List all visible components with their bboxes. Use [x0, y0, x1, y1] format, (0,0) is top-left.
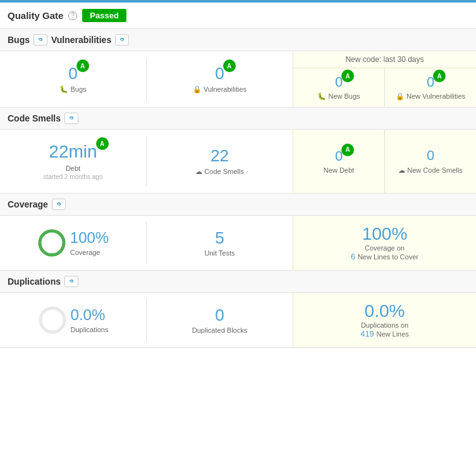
- bugs-vulns-main: 0 A 🐛 Bugs 0 A 🔒 Vulnerabilities: [0, 51, 293, 107]
- new-bugs-metric: 0 A 🐛 New Bugs: [293, 68, 385, 107]
- coverage-title: Coverage: [8, 199, 48, 209]
- code-smells-main: 22min A Debt started 2 months ago 22 ☁ C…: [0, 130, 293, 193]
- new-debt-label: New Debt: [324, 166, 354, 174]
- coverage-main: 100% Coverage 5 Unit Tests: [0, 216, 293, 270]
- dup-blocks-metric: 0 Duplicated Blocks: [147, 299, 293, 341]
- bugs-title: Bugs: [8, 35, 30, 45]
- dup-label: Duplications: [71, 326, 109, 333]
- new-bugs-grade: A: [341, 70, 354, 82]
- new-coverage-value: 100%: [362, 224, 408, 244]
- dup-circle-chart: [38, 306, 67, 335]
- new-debt-grade: A: [341, 144, 354, 156]
- quality-gate-info-icon[interactable]: ?: [68, 11, 77, 20]
- bugs-vulns-new-code-body: 0 A 🐛 New Bugs 0 A 🔒 New Vulne: [293, 68, 476, 107]
- code-smells-new-code-panel: 0 A New Debt 0 ☁ New Code Smells: [293, 130, 476, 193]
- bugs-vulns-new-code-panel: New code: last 30 days 0 A 🐛 New Bugs 0: [293, 51, 476, 107]
- duplications-section: Duplications 0.0% Duplications: [0, 271, 476, 348]
- svg-point-1: [40, 231, 64, 255]
- coverage-content: 100% Coverage 5 Unit Tests 100% Coverage…: [0, 216, 476, 270]
- new-dup-lines: 419 New Lines: [360, 329, 409, 338]
- bugs-label: 🐛 Bugs: [59, 85, 86, 94]
- code-smells-header: Code Smells: [0, 108, 476, 130]
- dup-new-lines-value: 419: [360, 329, 374, 338]
- bugs-vulns-new-code-header: New code: last 30 days: [293, 51, 476, 68]
- coverage-circle-group: 100% Coverage: [37, 228, 109, 257]
- coverage-new-code-panel: 100% Coverage on 6 New Lines to Cover: [293, 216, 476, 270]
- debt-label: Debt: [66, 164, 80, 172]
- coverage-circle-chart: [37, 228, 66, 257]
- code-smells-new-code-body: 0 A New Debt 0 ☁ New Code Smells: [293, 130, 476, 193]
- duplications-main: 0.0% Duplications 0 Duplicated Blocks: [0, 293, 293, 347]
- debt-metric: 22min A Debt started 2 months ago: [0, 136, 147, 187]
- coverage-link-icon[interactable]: [52, 199, 66, 210]
- code-smells-link-icon[interactable]: [64, 113, 78, 124]
- bug-icon: 🐛: [59, 85, 68, 93]
- bugs-link-icon[interactable]: [34, 34, 47, 46]
- vulns-label: 🔒 Vulnerabilities: [193, 85, 247, 94]
- unit-tests-label: Unit Tests: [204, 249, 235, 257]
- new-lock-icon: 🔒: [396, 92, 405, 100]
- new-debt-metric: 0 A New Debt: [293, 130, 385, 193]
- coverage-metric: 100% Coverage: [0, 222, 147, 264]
- new-lines-value: 6: [351, 252, 355, 261]
- coverage-new-code-body: 100% Coverage on 6 New Lines to Cover: [293, 216, 476, 270]
- vulns-link-icon[interactable]: [115, 34, 129, 46]
- coverage-header: Coverage: [0, 194, 476, 216]
- new-coverage-label: Coverage on: [365, 244, 405, 252]
- dup-metric: 0.0% Duplications: [0, 299, 147, 341]
- debt-grade: A: [96, 137, 109, 150]
- duplications-new-code-panel: 0.0% Duplications on 419 New Lines: [293, 293, 476, 347]
- new-smells-value: 0: [427, 148, 434, 163]
- unit-tests-value: 5: [215, 229, 224, 247]
- new-dup-label: Duplications on: [361, 321, 408, 329]
- quality-gate-status: Passed: [82, 9, 126, 22]
- vulns-metric: 0 A 🔒 Vulnerabilities: [147, 58, 293, 101]
- new-vulns-metric: 0 A 🔒 New Vulnerabilities: [385, 68, 476, 107]
- code-smells-section: Code Smells 22min A Debt started 2 month…: [0, 108, 476, 194]
- bugs-metric: 0 A 🐛 Bugs: [0, 58, 147, 101]
- new-bugs-label: 🐛 New Bugs: [317, 92, 360, 101]
- unit-tests-metric: 5 Unit Tests: [147, 222, 293, 264]
- new-bug-icon: 🐛: [317, 92, 326, 100]
- bugs-vulns-header: Bugs Vulnerabilities: [0, 29, 476, 51]
- dup-value: 0.0%: [71, 307, 106, 323]
- new-vulns-label: 🔒 New Vulnerabilities: [396, 92, 465, 101]
- dup-text-group: 0.0% Duplications: [71, 307, 109, 333]
- dup-circle-group: 0.0% Duplications: [38, 306, 109, 335]
- new-vulns-grade: A: [433, 70, 446, 82]
- svg-point-2: [40, 308, 64, 332]
- new-coverage-sub: New Lines to Cover: [358, 253, 418, 261]
- duplications-title: Duplications: [8, 276, 61, 287]
- new-dup-value: 0.0%: [365, 301, 405, 321]
- duplications-link-icon[interactable]: [64, 276, 78, 287]
- new-smells-label: ☁ New Code Smells: [398, 166, 462, 175]
- bugs-grade: A: [76, 59, 89, 72]
- smells-label: ☁ Code Smells: [195, 168, 243, 176]
- coverage-label: Coverage: [70, 249, 101, 256]
- code-smells-title: Code Smells: [8, 113, 61, 123]
- dup-new-lines-label: New Lines: [376, 330, 408, 338]
- duplications-new-code-body: 0.0% Duplications on 419 New Lines: [293, 293, 476, 347]
- new-coverage-lines: 6 New Lines to Cover: [351, 252, 418, 261]
- smells-metric: 22 ☁ Code Smells: [147, 136, 293, 187]
- debt-value: 22min: [49, 142, 97, 162]
- smell-icon: ☁: [195, 168, 202, 175]
- lock-icon: 🔒: [193, 85, 202, 93]
- code-smells-content: 22min A Debt started 2 months ago 22 ☁ C…: [0, 130, 476, 193]
- vulns-grade: A: [223, 59, 236, 72]
- coverage-section: Coverage 100% Coverage 5: [0, 194, 476, 271]
- vulns-title: Vulnerabilities: [51, 35, 111, 45]
- coverage-value: 100%: [70, 230, 109, 246]
- dup-blocks-label: Duplicated Blocks: [192, 326, 247, 334]
- duplications-content: 0.0% Duplications 0 Duplicated Blocks 0.…: [0, 293, 476, 347]
- bugs-vulns-section: Bugs Vulnerabilities 0 A 🐛 Bugs 0: [0, 29, 476, 108]
- new-smells-metric: 0 ☁ New Code Smells: [385, 130, 476, 193]
- quality-gate-title: Quality Gate: [8, 10, 63, 21]
- duplications-header: Duplications: [0, 271, 476, 293]
- quality-gate-header: Quality Gate ? Passed: [0, 3, 476, 29]
- smells-value: 22: [211, 147, 229, 165]
- new-smell-icon: ☁: [398, 166, 405, 174]
- dup-blocks-value: 0: [215, 306, 224, 325]
- coverage-text-group: 100% Coverage: [70, 230, 109, 256]
- bugs-vulns-content: 0 A 🐛 Bugs 0 A 🔒 Vulnerabilities: [0, 51, 476, 107]
